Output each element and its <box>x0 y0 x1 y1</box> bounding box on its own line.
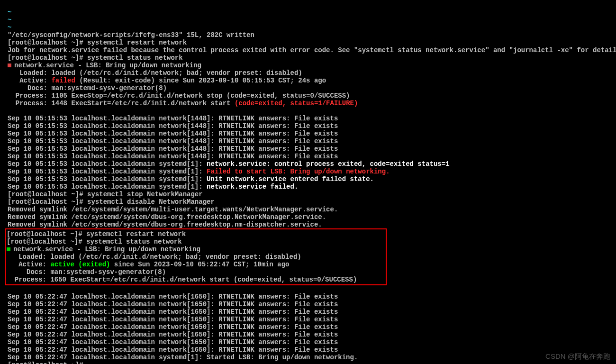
loaded-line: Loaded: loaded (/etc/rc.d/init.d/network… <box>8 69 302 77</box>
systemd-log: Sep 10 05:15:53 localhost.localdomain sy… <box>8 183 298 191</box>
status-bullet-active-icon <box>7 247 10 251</box>
removed-symlink: Removed symlink /etc/systemd/system/dbus… <box>8 213 326 221</box>
log-line: Sep 10 05:22:47 localhost.localdomain ne… <box>8 331 338 338</box>
systemd-log: Sep 10 05:15:53 localhost.localdomain sy… <box>8 175 374 183</box>
log-line: Sep 10 05:22:47 localhost.localdomain ne… <box>8 338 338 346</box>
prompt[interactable]: [root@localhost ~]# <box>8 361 87 364</box>
removed-symlink: Removed symlink /etc/systemd/system/dbus… <box>8 221 322 228</box>
file-written-msg: "/etc/sysconfig/network-scripts/ifcfg-en… <box>8 31 254 39</box>
vim-tilde: ~ <box>8 24 11 31</box>
log-line: Sep 10 05:15:53 localhost.localdomain ne… <box>8 115 338 122</box>
active-line-failed: Active: failed (Result: exit-code) since… <box>8 77 326 84</box>
prompt: [root@localhost ~]# <box>7 238 86 246</box>
status-bullet-failed-icon <box>8 64 11 67</box>
prompt: [root@localhost ~]# <box>8 198 87 206</box>
started-line: Sep 10 05:22:47 localhost.localdomain sy… <box>8 354 358 361</box>
job-failed-msg: Job for network.service failed because t… <box>8 46 616 54</box>
command-disable-nm: systemctl disable NetworkManager <box>87 198 215 206</box>
process-start-line: Process: 1448 ExecStart=/etc/rc.d/init.d… <box>8 100 358 107</box>
log-line: Sep 10 05:15:53 localhost.localdomain ne… <box>8 153 338 160</box>
service-header: network.service - LSB: Bring up/down net… <box>13 246 200 253</box>
log-line: Sep 10 05:22:47 localhost.localdomain ne… <box>8 323 338 331</box>
log-line: Sep 10 05:22:47 localhost.localdomain ne… <box>8 300 338 308</box>
command-status: systemctl status network <box>87 54 183 62</box>
process-stop-line: Process: 1105 ExecStop=/etc/rc.d/init.d/… <box>8 92 350 100</box>
active-line-ok: Active: active (exited) since Sun 2023-0… <box>7 261 290 268</box>
process-start-ok-line: Process: 1650 ExecStart=/etc/rc.d/init.d… <box>7 276 357 283</box>
highlighted-region: [root@localhost ~]# systemctl restart ne… <box>5 228 387 285</box>
command-status: systemctl status network <box>86 238 182 246</box>
service-header: network.service - LSB: Bring up/down net… <box>14 62 201 69</box>
log-line: Sep 10 05:15:53 localhost.localdomain ne… <box>8 122 338 130</box>
systemd-log: Sep 10 05:15:53 localhost.localdomain sy… <box>8 168 390 175</box>
prompt: [root@localhost ~]# <box>8 39 87 46</box>
log-line: Sep 10 05:22:47 localhost.localdomain ne… <box>8 308 338 316</box>
terminal-output[interactable]: ~ ~ ~ "/etc/sysconfig/network-scripts/if… <box>0 0 616 364</box>
log-line: Sep 10 05:15:53 localhost.localdomain ne… <box>8 130 338 137</box>
vim-tilde: ~ <box>8 16 11 24</box>
prompt: [root@localhost ~]# <box>7 230 86 238</box>
log-line: Sep 10 05:22:47 localhost.localdomain ne… <box>8 293 338 300</box>
systemd-log: Sep 10 05:15:53 localhost.localdomain sy… <box>8 160 450 168</box>
docs-line: Docs: man:systemd-sysv-generator(8) <box>7 268 166 276</box>
prompt: [root@localhost ~]# <box>8 54 87 62</box>
command-restart: systemctl restart network <box>86 230 186 238</box>
log-line: Sep 10 05:15:53 localhost.localdomain ne… <box>8 145 338 153</box>
prompt: [root@localhost ~]# <box>8 191 87 198</box>
removed-symlink: Removed symlink /etc/systemd/system/mult… <box>8 206 338 213</box>
command-restart: systemctl restart network <box>87 39 187 46</box>
vim-tilde: ~ <box>8 9 11 16</box>
watermark-text: CSDN @阿龟在奔跑 <box>545 353 610 360</box>
loaded-line: Loaded: loaded (/etc/rc.d/init.d/network… <box>7 253 301 261</box>
log-line: Sep 10 05:22:47 localhost.localdomain ne… <box>8 346 338 354</box>
log-line: Sep 10 05:15:53 localhost.localdomain ne… <box>8 137 338 145</box>
docs-line: Docs: man:systemd-sysv-generator(8) <box>8 84 167 92</box>
command-stop-nm: systemctl stop NetworkManager <box>87 191 203 198</box>
log-line: Sep 10 05:22:47 localhost.localdomain ne… <box>8 316 338 323</box>
